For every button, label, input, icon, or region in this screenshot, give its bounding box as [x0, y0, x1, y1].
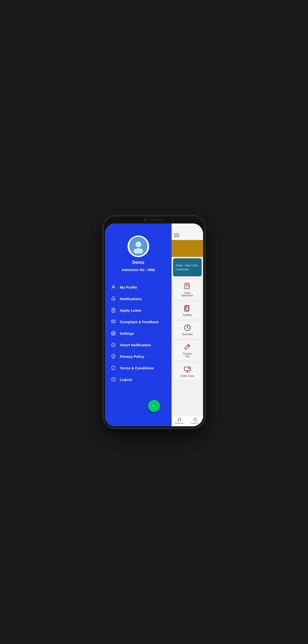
right-announcement: Camp - Holy Cross Connected. [173, 258, 202, 276]
person-icon [111, 285, 116, 290]
right-ham-line-1 [174, 234, 179, 234]
right-hamburger [174, 234, 179, 237]
screen-inner: s College Camp - Holy Cross Connected. [105, 224, 203, 426]
user-admission: Admission No : 4086 [122, 268, 155, 272]
menu-label-notifications: Notifications [120, 297, 142, 301]
right-bottom-logout[interactable]: LOGOUT [188, 418, 203, 424]
privacy-icon [111, 354, 116, 359]
online-class-label: Online Class [181, 375, 194, 377]
menu-item-privacy-policy[interactable]: Privacy Policy [105, 350, 172, 362]
svg-point-6 [113, 333, 114, 334]
menu-label-smart-notification: Smart Notification [120, 343, 151, 347]
leave-icon [111, 308, 116, 313]
front-camera [144, 218, 147, 221]
menu-item-logout[interactable]: Logout [105, 374, 172, 385]
avatar [129, 237, 147, 256]
menu-label-privacy-policy: Privacy Policy [120, 354, 144, 358]
grid-online-class[interactable]: Online Class [173, 362, 202, 380]
back-fab-button[interactable]: ← [148, 400, 160, 412]
terms-icon [111, 366, 116, 370]
bell-icon [111, 296, 116, 301]
menu-label-complaint-feedback: Complaint & Feedback [120, 320, 159, 324]
phone-frame: s College Camp - Holy Cross Connected. [103, 216, 205, 428]
avatar-svg [131, 239, 145, 254]
grid-timetable[interactable]: TimeTable [173, 321, 202, 339]
drawer-menu: My Profile Notifications [105, 279, 172, 426]
menu-item-apply-leave[interactable]: Apply Leave [105, 304, 172, 316]
practice-test-icon [184, 344, 191, 351]
navigation-drawer: Demo Admission No : 4086 My Profile [105, 224, 172, 426]
right-ham-line-2 [174, 235, 179, 236]
speaker [150, 219, 164, 220]
syllabus-label: Syllabus [183, 314, 192, 316]
right-grid: LeaveApplication Syllabus [172, 278, 203, 382]
menu-label-my-profile: My Profile [120, 285, 137, 289]
online-class-icon [184, 366, 191, 373]
menu-label-settings: Settings [120, 331, 134, 336]
svg-point-2 [133, 248, 143, 254]
phone-notch [103, 216, 205, 224]
syllabus-icon [184, 304, 191, 312]
right-partial-content: Camp - Holy Cross Connected. LeaveApplic… [172, 224, 203, 426]
menu-item-complaint-feedback[interactable]: Complaint & Feedback [105, 316, 172, 328]
menu-label-apply-leave: Apply Leave [120, 308, 141, 312]
grid-syllabus[interactable]: Syllabus [173, 301, 202, 319]
right-ham-line-3 [174, 236, 179, 237]
svg-point-3 [113, 286, 114, 287]
right-bottom-bar: SUPPORT LOGOUT [172, 416, 203, 426]
menu-label-terms-conditions: Terms & Conditions [120, 366, 154, 370]
leave-application-icon [184, 282, 191, 290]
grid-leave-application[interactable]: LeaveApplication [173, 279, 202, 300]
chat-icon [111, 319, 116, 324]
menu-item-notifications[interactable]: Notifications [105, 293, 172, 304]
right-support-label: SUPPORT [175, 422, 184, 424]
phone-screen: s College Camp - Holy Cross Connected. [105, 224, 203, 426]
right-bottom-support[interactable]: SUPPORT [172, 418, 187, 424]
back-arrow-icon: ← [151, 403, 157, 409]
avatar-wrapper [127, 236, 149, 257]
menu-item-terms-conditions[interactable]: Terms & Conditions [105, 362, 172, 374]
practice-test-label: PracticeTest [183, 352, 192, 358]
leave-application-label: LeaveApplication [182, 292, 193, 297]
timetable-icon [184, 324, 191, 332]
smart-notification-icon [111, 342, 116, 347]
svg-point-1 [135, 242, 141, 247]
right-partial-header [172, 224, 203, 240]
drawer-header: Demo Admission No : 4086 [105, 224, 172, 279]
user-name: Demo [132, 260, 144, 265]
right-banner [172, 240, 203, 257]
menu-item-my-profile[interactable]: My Profile [105, 282, 172, 293]
timetable-label: TimeTable [182, 333, 193, 336]
svg-rect-9 [185, 283, 189, 289]
settings-icon [111, 331, 116, 336]
logout-icon [111, 377, 116, 382]
menu-label-logout: Logout [120, 378, 132, 382]
svg-point-14 [188, 368, 190, 369]
menu-item-settings[interactable]: Settings [105, 328, 172, 339]
grid-practice-test[interactable]: PracticeTest [173, 340, 202, 361]
right-logout-label: LOGOUT [191, 422, 199, 424]
menu-item-smart-notification[interactable]: Smart Notification [105, 339, 172, 350]
